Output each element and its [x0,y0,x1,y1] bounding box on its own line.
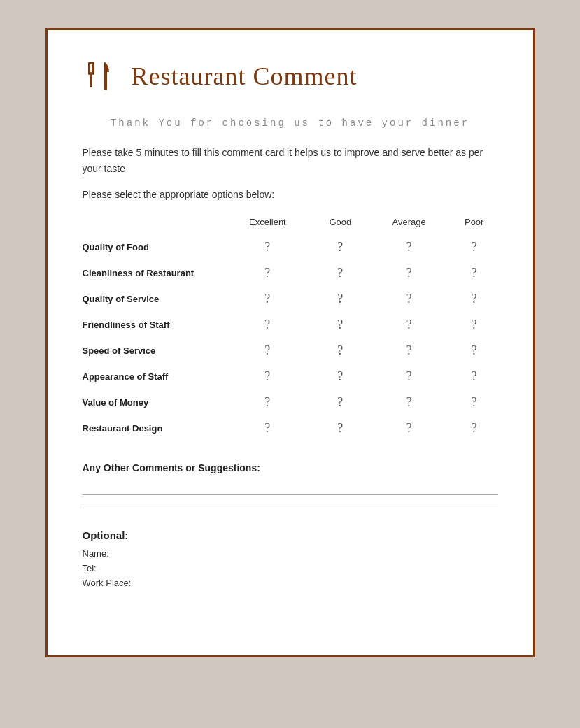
rating-cell[interactable]: ? [367,364,450,390]
field-workplace[interactable]: Work Place: [83,578,498,588]
instruction-text: Please select the appropriate options be… [83,189,498,200]
table-row: Quality of Food ? ? ? ? [83,234,498,260]
table-row: Quality of Service ? ? ? ? [83,286,498,312]
field-tel[interactable]: Tel: [83,563,498,573]
rating-cell[interactable]: ? [451,312,498,338]
row-label-friendliness: Friendliness of Staff [83,312,222,338]
rating-cell[interactable]: ? [313,260,367,286]
row-label-appearance: Appearance of Staff [83,364,222,390]
field-name[interactable]: Name: [83,548,498,559]
rating-cell[interactable]: ? [451,364,498,390]
rating-cell[interactable]: ? [222,312,313,338]
rating-cell[interactable]: ? [222,415,313,441]
row-label-speed: Speed of Service [83,338,222,364]
row-label-value: Value of Money [83,390,222,415]
comments-label: Any Other Comments or Suggestions: [83,462,498,473]
row-label-cleanliness: Cleanliness of Restaurant [83,260,222,286]
rating-cell[interactable]: ? [367,286,450,312]
fork-knife-icon [83,58,119,94]
table-row: Friendliness of Staff ? ? ? ? [83,312,498,338]
optional-section: Optional: Name: Tel: Work Place: [83,529,498,588]
rating-cell[interactable]: ? [367,260,450,286]
rating-cell[interactable]: ? [222,338,313,364]
rating-cell[interactable]: ? [313,312,367,338]
ratings-table: Excellent Good Average Poor Quality of F… [83,217,498,441]
rating-cell[interactable]: ? [222,260,313,286]
card-header: Restaurant Comment [83,58,498,94]
col-poor: Poor [451,217,498,234]
rating-cell[interactable]: ? [313,338,367,364]
rating-cell[interactable]: ? [451,286,498,312]
col-good: Good [313,217,367,234]
comment-line-1 [83,494,498,495]
rating-cell[interactable]: ? [451,390,498,415]
rating-cell[interactable]: ? [367,234,450,260]
rating-cell[interactable]: ? [222,390,313,415]
rating-cell[interactable]: ? [451,260,498,286]
optional-title: Optional: [83,529,498,541]
table-row: Value of Money ? ? ? ? [83,390,498,415]
table-row: Appearance of Staff ? ? ? ? [83,364,498,390]
rating-cell[interactable]: ? [222,364,313,390]
rating-cell[interactable]: ? [313,390,367,415]
table-row: Cleanliness of Restaurant ? ? ? ? [83,260,498,286]
row-label-quality-food: Quality of Food [83,234,222,260]
rating-cell[interactable]: ? [367,312,450,338]
rating-cell[interactable]: ? [367,390,450,415]
rating-cell[interactable]: ? [313,286,367,312]
rating-cell[interactable]: ? [222,286,313,312]
subtitle-text: Thank You for choosing us to have your d… [83,115,498,131]
comment-line-2 [83,508,498,508]
rating-cell[interactable]: ? [367,338,450,364]
comments-section: Any Other Comments or Suggestions: [83,462,498,508]
rating-cell[interactable]: ? [451,415,498,441]
rating-cell[interactable]: ? [313,234,367,260]
rating-cell[interactable]: ? [451,234,498,260]
table-row: Restaurant Design ? ? ? ? [83,415,498,441]
rating-cell[interactable]: ? [367,415,450,441]
svg-rect-2 [88,62,94,64]
row-label-quality-service: Quality of Service [83,286,222,312]
table-row: Speed of Service ? ? ? ? [83,338,498,364]
rating-cell[interactable]: ? [313,415,367,441]
row-label-design: Restaurant Design [83,415,222,441]
rating-cell[interactable]: ? [313,364,367,390]
col-average: Average [367,217,450,234]
col-excellent: Excellent [222,217,313,234]
comment-card: Restaurant Comment Thank You for choosin… [45,28,535,657]
rating-cell[interactable]: ? [222,234,313,260]
description-text: Please take 5 minutes to fill this comme… [83,145,498,176]
table-header-row: Excellent Good Average Poor [83,217,498,234]
svg-rect-3 [90,72,92,87]
page-title: Restaurant Comment [132,62,358,91]
rating-cell[interactable]: ? [451,338,498,364]
